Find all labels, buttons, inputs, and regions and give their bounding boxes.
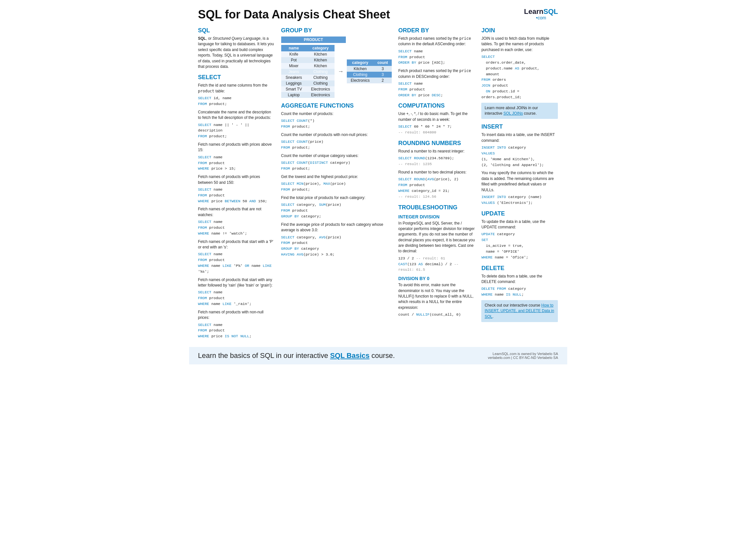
- int-division-desc: In PostgreSQL and SQL Server, the / oper…: [398, 221, 475, 254]
- table-row-highlighted: JeansClothing: [281, 69, 335, 75]
- footer-left: Learn the basics of SQL in our interacti…: [198, 351, 395, 360]
- logo-sql: SQL: [543, 8, 558, 15]
- table-row-clothing1: SneakersClothing: [281, 75, 335, 80]
- table-row: PotKitchen: [281, 57, 335, 63]
- join-course-link[interactable]: SQL JOINs: [503, 111, 523, 116]
- int-division-code: 123 / 2 -- result: 61CAST(123 AS decimal…: [398, 256, 475, 273]
- select-code-8: SELECT nameFROM productWHERE price IS NO…: [198, 322, 275, 339]
- product-table: namecategory KnifeKitchen PotKitchen Mix…: [281, 45, 335, 98]
- col-sql-select: SQL SQL, or Structured Query Language, i…: [198, 27, 275, 342]
- select-desc-3: Fetch names of products with prices abov…: [198, 142, 275, 153]
- logo-learn: Learn: [524, 8, 543, 15]
- join-code: SELECT orders.order_date, product.name A…: [481, 54, 558, 100]
- footer-right: LearnSQL.com is owned by Vertabelo SA ve…: [488, 352, 558, 360]
- tables-row: namecategory KnifeKitchen PotKitchen Mix…: [281, 45, 392, 98]
- footer-right-line2: vertabelo.com | CC BY-NC-ND Vertabelo SA: [488, 356, 558, 360]
- select-desc-7: Fetch names of products that start with …: [198, 277, 275, 289]
- join-info-box: Learn more about JOINs in our interactiv…: [481, 103, 558, 119]
- delete-info-box: Check out our interactive course How to …: [481, 300, 558, 322]
- aggregate-section-title: AGGREGATE FUNCTIONS: [281, 102, 392, 109]
- div-zero-code: count / NULLIF(count_all, 0): [398, 312, 475, 318]
- rounding-code-2: SELECT ROUND(AVG(price), 2)FROM productW…: [398, 176, 475, 199]
- footer-text-before: Learn the basics of SQL in our interacti…: [198, 351, 330, 360]
- rounding-desc-2: Round a number to two decimal places:: [398, 169, 475, 175]
- update-section-title: UPDATE: [481, 210, 558, 217]
- select-code-3: SELECT nameFROM productWHERE price > 15;: [198, 154, 275, 171]
- select-desc-6: Fetch names of products that start with …: [198, 239, 275, 250]
- update-code: UPDATE categorySET is_active = true, nam…: [481, 231, 558, 260]
- footer-right-line1: LearnSQL.com is owned by Vertabelo SA: [488, 352, 558, 356]
- select-desc-1: Fetch the id and name columns from the p…: [198, 83, 275, 94]
- agg-code-4: SELECT MIN(price), MAX(price)FROM produc…: [281, 181, 392, 192]
- orderby-code-1: SELECT nameFROM productORDER BY price [A…: [398, 48, 475, 65]
- footer: Learn the basics of SQL in our interacti…: [189, 347, 567, 365]
- select-code-2: SELECT name || ' - ' || descriptionFROM …: [198, 122, 275, 139]
- insert-desc-1: To insert data into a table, use the INS…: [481, 132, 558, 143]
- agg-code-1: SELECT COUNT(*)FROM product;: [281, 118, 392, 130]
- insert-code-2: INSERT INTO category (name)VALUES ('Elec…: [481, 194, 558, 206]
- table-row-clothing2: LeggingsClothing: [281, 80, 335, 86]
- orderby-desc-2: Fetch product names sorted by the price …: [398, 68, 475, 80]
- div-zero-subtitle: DIVISION BY 0: [398, 276, 475, 281]
- sql-desc: SQL, or Structured Query Language, is a …: [198, 36, 275, 69]
- select-code-6: SELECT nameFROM productWHERE name LIKE '…: [198, 251, 275, 274]
- select-code-4: SELECT nameFROM productWHERE price BETWE…: [198, 187, 275, 204]
- agg-desc-6: Find the average price of products for e…: [281, 222, 392, 233]
- delete-desc: To delete data from a table, use the DEL…: [481, 274, 558, 285]
- result-row-electronics: Electronics2: [347, 78, 392, 83]
- agg-code-2: SELECT COUNT(price)FROM product;: [281, 139, 392, 151]
- computations-desc: Use +, -, *, / to do basic math. To get …: [398, 111, 475, 122]
- col-orderby-computations: ORDER BY Fetch product names sorted by t…: [398, 27, 475, 342]
- int-division-subtitle: INTEGER DIVISION: [398, 214, 475, 219]
- main-content: SQL SQL, or Structured Query Language, i…: [198, 27, 558, 342]
- agg-desc-4: Get the lowest and the highest product p…: [281, 174, 392, 180]
- select-desc-4: Fetch names of products with prices betw…: [198, 174, 275, 186]
- col-name-header: name: [281, 45, 307, 51]
- col-groupby-aggregate: GROUP BY PRODUCT namecategory KnifeKitch…: [281, 27, 392, 342]
- insert-section-title: INSERT: [481, 123, 558, 130]
- rounding-code-1: SELECT ROUND(1234.56789);-- result: 1235: [398, 155, 475, 167]
- logo: LearnSQL •com: [524, 8, 558, 21]
- result-count-header: count: [374, 60, 392, 66]
- agg-desc-3: Count the number of unique category valu…: [281, 153, 392, 159]
- join-section-title: JOIN: [481, 27, 558, 34]
- select-desc-2: Concatenate the name and the description…: [198, 110, 275, 121]
- header: SQL for Data Analysis Cheat Sheet LearnS…: [198, 8, 558, 21]
- agg-desc-5: Find the total price of products for eac…: [281, 195, 392, 201]
- select-code-1: SELECT id, nameFROM product;: [198, 95, 275, 107]
- delete-course-link[interactable]: How to INSERT, UPDATE, and DELETE Data i…: [484, 303, 554, 319]
- result-category-header: category: [347, 60, 374, 66]
- col-category-header: category: [307, 45, 335, 51]
- footer-text-after: course.: [369, 351, 395, 360]
- arrow-icon: →: [338, 68, 343, 75]
- table-row: KnifeKitchen: [281, 51, 335, 57]
- table-row: LaptopElectronics: [281, 92, 335, 98]
- delete-section-title: DELETE: [481, 265, 558, 272]
- orderby-section-title: ORDER BY: [398, 27, 475, 34]
- troubleshooting-section-title: TROUBLESHOOTING: [398, 204, 475, 211]
- select-desc-5: Fetch names of products that are not wat…: [198, 206, 275, 218]
- update-desc: To update the data in a table, use the U…: [481, 219, 558, 230]
- agg-code-3: SELECT COUNT(DISTINCT category)FROM prod…: [281, 160, 392, 171]
- insert-desc-2: You may specify the columns to which the…: [481, 170, 558, 193]
- groupby-result-table: categorycount Kitchen3 Clothing3 Electro…: [347, 60, 392, 83]
- select-code-5: SELECT nameFROM productWHERE name != 'wa…: [198, 219, 275, 236]
- product-table-header: PRODUCT: [281, 37, 346, 43]
- orderby-code-2: SELECT nameFROM productORDER BY price DE…: [398, 81, 475, 98]
- footer-sql-basics-link[interactable]: SQL Basics: [330, 351, 369, 360]
- div-zero-desc: To avoid this error, make sure the denom…: [398, 282, 475, 311]
- agg-desc-2: Count the number of products with non-nu…: [281, 132, 392, 138]
- table-row: MixerKitchen: [281, 63, 335, 69]
- computations-section-title: COMPUTATIONS: [398, 102, 475, 109]
- computations-code: SELECT 60 * 60 * 24 * 7;-- result: 60480…: [398, 124, 475, 135]
- groupby-tables: PRODUCT namecategory KnifeKitchen PotKit…: [281, 37, 392, 98]
- select-section-title: SELECT: [198, 74, 275, 81]
- agg-desc-1: Count the number of products:: [281, 111, 392, 116]
- select-code-7: SELECT nameFROM productWHERE name LIKE '…: [198, 290, 275, 307]
- delete-code: DELETE FROM categoryWHERE name IS NULL;: [481, 286, 558, 297]
- rounding-desc-1: Round a number to its nearest integer:: [398, 149, 475, 154]
- groupby-section-title: GROUP BY: [281, 27, 392, 34]
- join-desc: JOIN is used to fetch data from multiple…: [481, 36, 558, 53]
- agg-code-6: SELECT category, AVG(price)FROM productG…: [281, 235, 392, 258]
- result-row-kitchen: Kitchen3: [347, 66, 392, 72]
